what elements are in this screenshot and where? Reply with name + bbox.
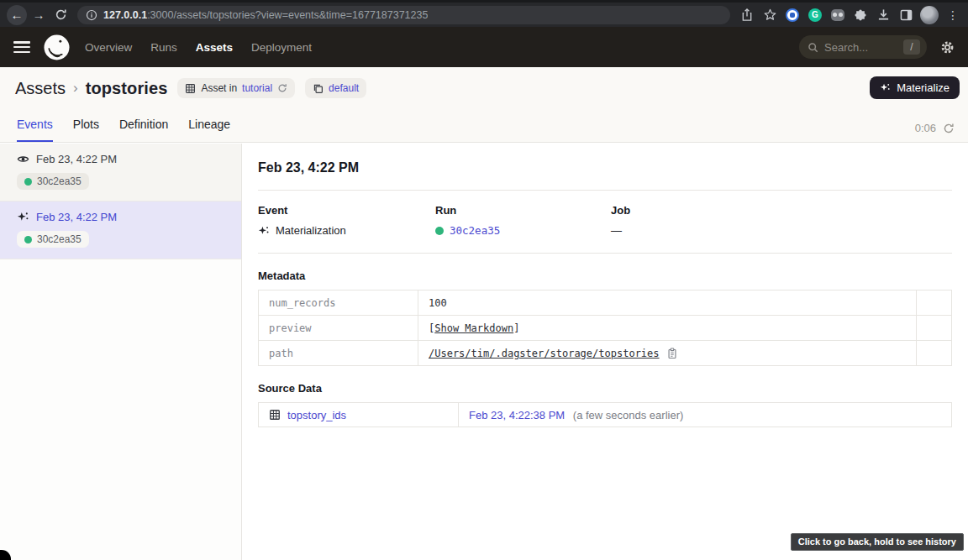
run-id: 30c2ea35 (37, 233, 82, 245)
metadata-key: path (259, 341, 418, 366)
metadata-action-cell (917, 316, 952, 341)
asset-page-header: Assets › topstories Asset in tutorial de… (0, 67, 968, 143)
profile-avatar[interactable] (920, 6, 939, 24)
run-tag[interactable]: 30c2ea35 (17, 231, 89, 248)
event-timestamp: Feb 23, 4:22 PM (36, 153, 117, 165)
metadata-key: preview (259, 316, 418, 341)
site-info-icon[interactable] (86, 9, 97, 21)
grammarly-button[interactable]: G (807, 7, 823, 24)
metadata-section-title: Metadata (258, 270, 952, 282)
url-text[interactable]: 127.0.0.1:3000/assets/topstories?view=ev… (103, 9, 428, 21)
badge-refresh-icon[interactable] (277, 83, 287, 93)
observation-eye-icon (17, 153, 29, 165)
share-icon (741, 8, 753, 21)
source-asset-link[interactable]: topstory_ids (287, 409, 346, 421)
nav-item-runs[interactable]: Runs (150, 41, 177, 54)
badge-default-link[interactable]: default (329, 82, 359, 94)
dagster-logo[interactable] (44, 34, 70, 60)
owl-icon (831, 9, 844, 21)
tab-lineage[interactable]: Lineage (188, 118, 230, 142)
tab-events[interactable]: Events (17, 118, 53, 142)
grammarly-icon: G (808, 8, 822, 22)
address-bar[interactable]: 127.0.0.1:3000/assets/topstories?view=ev… (77, 6, 730, 24)
tab-definition[interactable]: Definition (119, 118, 168, 142)
star-icon (764, 8, 776, 21)
search-input[interactable] (824, 41, 897, 54)
global-search[interactable]: / (799, 35, 927, 59)
browser-reload-button[interactable] (50, 5, 71, 25)
copy-to-clipboard-icon[interactable] (666, 348, 678, 359)
breadcrumb-separator: › (73, 80, 78, 97)
nav-item-deployment[interactable]: Deployment (251, 41, 312, 54)
breadcrumb-assets-link[interactable]: Assets (15, 79, 66, 98)
event-detail-title: Feb 23, 4:22 PM (258, 160, 952, 175)
run-tag[interactable]: 30c2ea35 (17, 173, 89, 190)
show-markdown-link[interactable]: Show Markdown (434, 322, 513, 334)
metadata-value: /Users/tim/.dagster/storage/topstories (418, 341, 917, 366)
materialization-sparkle-icon (258, 225, 270, 237)
metadata-value: 100 (418, 290, 917, 316)
metadata-table: num_records 100 preview [Show Markdown] … (258, 290, 952, 366)
metadata-value: [Show Markdown] (418, 316, 917, 341)
job-column: Job — (611, 204, 952, 237)
nav-item-assets[interactable]: Assets (196, 41, 233, 54)
nav-item-overview[interactable]: Overview (85, 41, 132, 54)
source-time-link[interactable]: Feb 23, 4:22:38 PM (469, 409, 565, 421)
settings-button[interactable] (940, 40, 955, 55)
code-location-badge-default[interactable]: default (305, 78, 366, 98)
materialize-button[interactable]: Materialize (870, 76, 960, 99)
source-asset-cell: topstory_ids (259, 403, 459, 427)
run-id-link[interactable]: 30c2ea35 (450, 224, 500, 237)
downloads-button[interactable] (875, 7, 892, 24)
run-label: Run (435, 204, 611, 217)
breadcrumb: Assets › topstories Asset in tutorial de… (15, 78, 366, 98)
copy-stack-icon (313, 83, 324, 94)
run-status-dot (435, 227, 444, 235)
source-time-cell: Feb 23, 4:22:38 PM (a few seconds earlie… (459, 403, 952, 427)
asset-group-badge-tutorial[interactable]: Asset in tutorial (177, 78, 295, 98)
browser-back-tooltip: Click to go back, hold to see history (791, 533, 964, 551)
extension-owl-button[interactable] (829, 7, 846, 24)
event-column: Event Materialization (258, 204, 435, 237)
timer-value: 0:06 (915, 122, 936, 134)
browser-menu-button[interactable]: ⋮ (944, 7, 961, 24)
source-data-row: topstory_ids Feb 23, 4:22:38 PM (a few s… (259, 403, 952, 427)
asset-tabs: Events Plots Definition Lineage (17, 118, 230, 142)
path-link[interactable]: /Users/tim/.dagster/storage/topstories (429, 348, 660, 359)
browser-back-button[interactable]: ← (7, 5, 27, 25)
side-panel-icon (900, 9, 913, 21)
browser-toolbar: ← → 127.0.0.1:3000/assets/topstories?vie… (0, 0, 968, 27)
page-title: topstories (86, 79, 168, 98)
nav-links: Overview Runs Assets Deployment (85, 41, 312, 54)
browser-forward-button[interactable]: → (29, 5, 49, 25)
extensions-button[interactable] (852, 7, 869, 24)
refresh-icon[interactable] (943, 123, 955, 134)
tab-plots[interactable]: Plots (73, 118, 99, 142)
badge-tutorial-link[interactable]: tutorial (242, 82, 272, 94)
source-time-note: (a few seconds earlier) (573, 409, 684, 421)
extension-blue-button[interactable] (784, 7, 801, 24)
search-icon (808, 42, 818, 53)
side-panel-button[interactable] (897, 7, 914, 24)
browser-actions: G ⋮ (739, 6, 961, 24)
puzzle-icon (855, 9, 866, 21)
materialize-label: Materialize (897, 81, 950, 94)
run-status-dot (24, 236, 32, 243)
hamburger-menu-button[interactable] (13, 41, 30, 53)
search-shortcut-badge: / (903, 39, 920, 55)
materialize-sparkle-icon (880, 82, 891, 93)
app-nav-bar: Overview Runs Assets Deployment / (0, 27, 968, 67)
share-button[interactable] (739, 7, 755, 24)
refresh-timer: 0:06 (915, 122, 955, 134)
metadata-key: num_records (259, 290, 418, 316)
event-list-item-materialization[interactable]: Feb 23, 4:22 PM 30c2ea35 (0, 201, 241, 259)
run-column: Run 30c2ea35 (435, 204, 611, 237)
metadata-row-path: path /Users/tim/.dagster/storage/topstor… (259, 341, 952, 366)
run-status-dot (24, 178, 32, 186)
metadata-row-num-records: num_records 100 (259, 290, 952, 316)
metadata-action-cell (917, 290, 952, 316)
bookmark-button[interactable] (761, 7, 778, 24)
event-list-item-observation[interactable]: Feb 23, 4:22 PM 30c2ea35 (0, 144, 241, 201)
gear-icon (940, 40, 955, 55)
reload-icon (55, 8, 67, 21)
